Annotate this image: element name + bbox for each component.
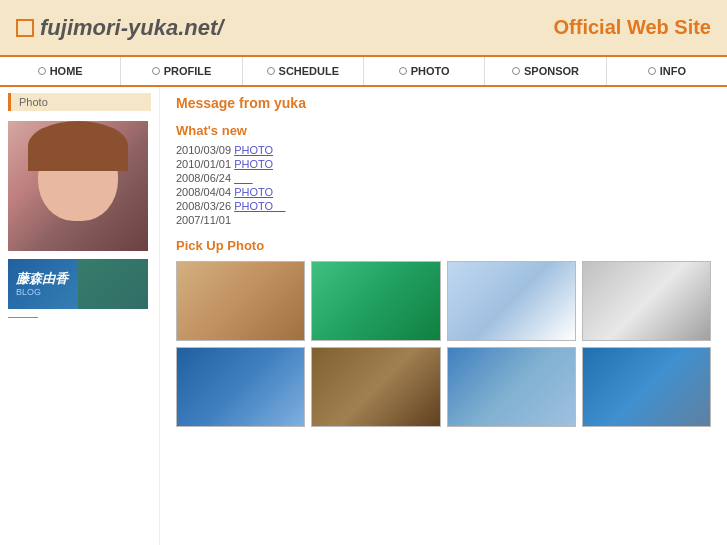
nav-profile[interactable]: PROFILE (121, 57, 242, 85)
photo-cell-8[interactable] (582, 347, 711, 427)
nav-photo-label: PHOTO (411, 65, 450, 77)
photo-cell-5[interactable] (176, 347, 305, 427)
nav-photo[interactable]: PHOTO (364, 57, 485, 85)
photo-tab[interactable]: Photo (8, 93, 151, 111)
photo-inner-1 (177, 262, 304, 340)
logo-icon (16, 19, 34, 37)
photo-grid (176, 261, 711, 427)
news-date-6: 2007/11/01 (176, 214, 231, 226)
photo-inner-5 (177, 348, 304, 426)
news-item-3: 2008/06/24 ___ (176, 172, 711, 184)
news-date-1: 2010/03/09 (176, 144, 231, 156)
news-link-4[interactable]: PHOTO (234, 186, 273, 198)
news-link-2[interactable]: PHOTO (234, 158, 273, 170)
photo-cell-4[interactable] (582, 261, 711, 341)
content-area: Message from yuka What's new 2010/03/09 … (160, 87, 727, 545)
photo-inner-4 (583, 262, 710, 340)
photo-cell-6[interactable] (311, 347, 440, 427)
blog-banner-sub: BLOG (16, 287, 68, 297)
news-link-1[interactable]: PHOTO (234, 144, 273, 156)
news-link-3[interactable]: ___ (234, 172, 252, 184)
nav-schedule[interactable]: SCHEDULE (243, 57, 364, 85)
photo-inner-8 (583, 348, 710, 426)
photo-cell-7[interactable] (447, 347, 576, 427)
blog-banner[interactable]: 藤森由香 BLOG (8, 259, 148, 309)
blog-banner-background (78, 259, 148, 309)
nav-bullet-info (648, 67, 656, 75)
nav-home-label: HOME (50, 65, 83, 77)
sidebar: Photo 藤森由香 BLOG (0, 87, 160, 545)
news-date-4: 2008/04/04 (176, 186, 231, 198)
message-title: Message from yuka (176, 95, 711, 111)
photo-cell-2[interactable] (311, 261, 440, 341)
nav-bullet-sponsor (512, 67, 520, 75)
news-item-2: 2010/01/01 PHOTO (176, 158, 711, 170)
pickup-title: Pick Up Photo (176, 238, 711, 253)
whats-new-title: What's new (176, 123, 711, 138)
nav-bullet-photo (399, 67, 407, 75)
sidebar-divider (8, 317, 38, 318)
nav-info-label: INFO (660, 65, 686, 77)
blog-banner-content: 藤森由香 BLOG (16, 271, 68, 297)
nav-bullet-home (38, 67, 46, 75)
nav-sponsor-label: SPONSOR (524, 65, 579, 77)
news-date-5: 2008/03/26 (176, 200, 231, 212)
nav-info[interactable]: INFO (607, 57, 727, 85)
logo-text[interactable]: fujimori-yuka.net/ (40, 15, 223, 41)
news-link-5[interactable]: PHOTO__ (234, 200, 285, 212)
navigation: HOME PROFILE SCHEDULE PHOTO SPONSOR INFO (0, 55, 727, 87)
news-date-2: 2010/01/01 (176, 158, 231, 170)
main-content: Photo 藤森由香 BLOG Message from yuka What's… (0, 87, 727, 545)
news-item-5: 2008/03/26 PHOTO__ (176, 200, 711, 212)
nav-schedule-label: SCHEDULE (279, 65, 340, 77)
photo-inner-3 (448, 262, 575, 340)
portrait-image (8, 121, 148, 251)
logo-area: fujimori-yuka.net/ (16, 15, 223, 41)
photo-inner-2 (312, 262, 439, 340)
nav-bullet-schedule (267, 67, 275, 75)
nav-profile-label: PROFILE (164, 65, 212, 77)
nav-sponsor[interactable]: SPONSOR (485, 57, 606, 85)
news-item-4: 2008/04/04 PHOTO (176, 186, 711, 198)
photo-cell-3[interactable] (447, 261, 576, 341)
nav-bullet-profile (152, 67, 160, 75)
news-item-6: 2007/11/01 (176, 214, 711, 226)
official-text: Official Web Site (554, 16, 711, 39)
header: fujimori-yuka.net/ Official Web Site (0, 0, 727, 55)
photo-cell-1[interactable] (176, 261, 305, 341)
blog-banner-text: 藤森由香 (16, 271, 68, 286)
photo-inner-6 (312, 348, 439, 426)
photo-inner-7 (448, 348, 575, 426)
nav-home[interactable]: HOME (0, 57, 121, 85)
news-date-3: 2008/06/24 (176, 172, 231, 184)
news-item-1: 2010/03/09 PHOTO (176, 144, 711, 156)
